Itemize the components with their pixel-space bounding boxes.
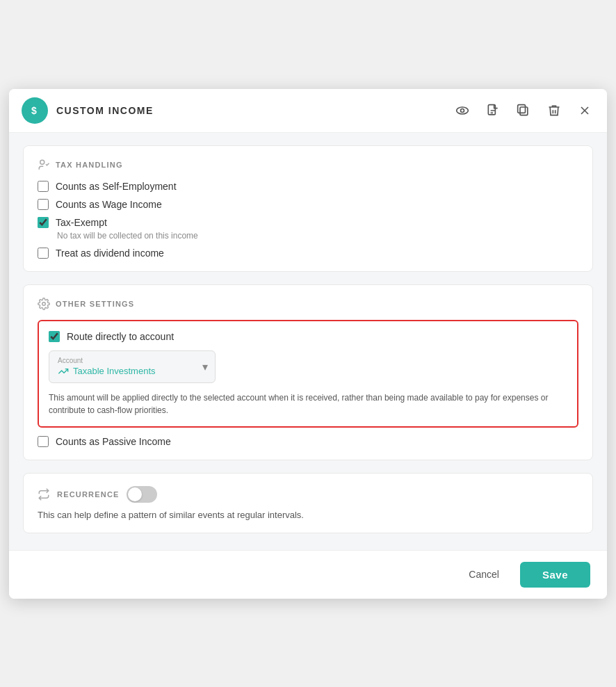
recurrence-toggle-row: RECURRENCE: [38, 486, 578, 503]
recurrence-toggle-switch[interactable]: [127, 486, 157, 503]
other-settings-label: OTHER SETTINGS: [56, 300, 134, 308]
dropdown-arrow-icon: ▾: [202, 360, 208, 373]
tax-handling-section: TAX HANDLING Counts as Self-Employment C…: [23, 145, 593, 272]
tax-exempt-hint: No tax will be collected on this income: [57, 231, 578, 241]
account-dropdown-value: Taxable Investments: [58, 366, 206, 377]
modal-title: CUSTOM INCOME: [56, 105, 453, 116]
dividend-row: Treat as dividend income: [38, 248, 578, 259]
header-actions: [453, 101, 594, 120]
wage-income-label[interactable]: Counts as Wage Income: [56, 199, 162, 210]
modal-footer: Cancel Save: [9, 550, 607, 599]
modal-custom-income: $ CUSTOM INCOME: [9, 89, 607, 599]
tax-exempt-label[interactable]: Tax-Exempt: [56, 217, 107, 228]
account-name: Taxable Investments: [73, 366, 156, 376]
self-employment-label[interactable]: Counts as Self-Employment: [56, 181, 177, 192]
route-directly-block: Route directly to account Account Taxabl…: [38, 320, 578, 428]
self-employment-checkbox[interactable]: [38, 181, 49, 192]
toggle-knob: [128, 487, 142, 501]
other-settings-header: OTHER SETTINGS: [38, 298, 578, 310]
other-settings-section: OTHER SETTINGS Route directly to account…: [23, 284, 593, 460]
delete-button[interactable]: [544, 101, 564, 120]
tax-handling-header: TAX HANDLING: [38, 159, 578, 171]
svg-rect-6: [520, 107, 528, 115]
route-directly-label[interactable]: Route directly to account: [67, 331, 174, 342]
modal-header: $ CUSTOM INCOME: [9, 89, 607, 133]
passive-income-checkbox[interactable]: [38, 436, 49, 447]
modal-body: TAX HANDLING Counts as Self-Employment C…: [9, 133, 607, 550]
document-button[interactable]: [483, 101, 503, 120]
dividend-label[interactable]: Treat as dividend income: [56, 248, 164, 259]
cancel-button[interactable]: Cancel: [457, 563, 510, 585]
recurrence-label: RECURRENCE: [57, 490, 120, 499]
route-directly-row: Route directly to account: [49, 331, 567, 342]
investment-icon: [58, 366, 69, 377]
settings-icon: [38, 298, 50, 310]
eye-button[interactable]: [453, 101, 472, 120]
svg-point-2: [461, 108, 464, 112]
svg-text:$: $: [31, 105, 37, 116]
tax-exempt-checkbox[interactable]: [38, 217, 49, 228]
recurrence-icon: [38, 488, 50, 501]
account-dropdown[interactable]: Account Taxable Investments ▾: [49, 350, 216, 383]
wage-income-checkbox[interactable]: [38, 199, 49, 210]
tax-exempt-row: Tax-Exempt: [38, 217, 578, 228]
wage-income-row: Counts as Wage Income: [38, 199, 578, 210]
tax-handling-icon: [38, 159, 50, 171]
self-employment-row: Counts as Self-Employment: [38, 181, 578, 192]
close-button[interactable]: [575, 101, 594, 120]
recurrence-description: This can help define a pattern of simila…: [38, 510, 578, 520]
app-icon: $: [22, 97, 48, 124]
svg-point-10: [40, 160, 44, 164]
copy-button[interactable]: [514, 101, 533, 120]
svg-point-1: [457, 107, 469, 114]
account-dropdown-label-text: Account: [58, 357, 206, 364]
passive-income-row: Counts as Passive Income: [38, 436, 578, 447]
svg-rect-7: [518, 104, 526, 113]
tax-handling-label: TAX HANDLING: [56, 161, 123, 169]
passive-income-label[interactable]: Counts as Passive Income: [56, 436, 171, 447]
svg-point-11: [42, 302, 46, 305]
dividend-checkbox[interactable]: [38, 248, 49, 259]
save-button[interactable]: Save: [520, 562, 590, 588]
route-description: This amount will be applied directly to …: [49, 391, 567, 417]
dollar-icon: $: [28, 104, 42, 118]
recurrence-section: RECURRENCE This can help define a patter…: [23, 473, 593, 533]
route-directly-checkbox[interactable]: [49, 331, 60, 342]
